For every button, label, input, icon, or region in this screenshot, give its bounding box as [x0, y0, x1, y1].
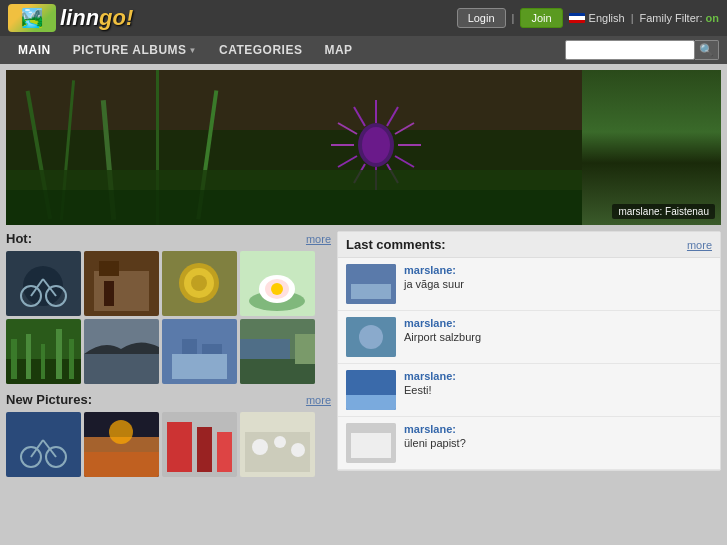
svg-rect-54 — [202, 344, 222, 354]
svg-rect-78 — [351, 284, 391, 299]
hot-photo-5[interactable] — [6, 319, 81, 384]
hot-photo-8[interactable] — [240, 319, 315, 384]
comment-item-2: marslane: Airport salzburg — [338, 311, 720, 364]
logo-text: linngo! — [60, 5, 133, 31]
nav-item-albums[interactable]: PICTURE ALBUMS ▼ — [63, 39, 207, 61]
new-thumb-svg-1 — [6, 412, 81, 477]
comment-item-4: marslane: üleni papist? — [338, 417, 720, 470]
logo-area: linngo! — [8, 4, 133, 32]
svg-point-36 — [191, 275, 207, 291]
svg-rect-82 — [346, 395, 396, 410]
hot-photo-4[interactable] — [240, 251, 315, 316]
family-filter-label: Family Filter: — [640, 12, 703, 24]
main-content: Hot: more — [0, 225, 727, 491]
new-thumb-svg-3 — [162, 412, 237, 477]
svg-rect-31 — [99, 261, 119, 276]
comment-user-2[interactable]: marslane: — [404, 317, 712, 329]
svg-rect-53 — [182, 339, 197, 354]
new-pictures-more-link[interactable]: more — [306, 394, 331, 406]
search-area: 🔍 — [565, 40, 719, 60]
nav-item-map[interactable]: MAP — [314, 39, 362, 61]
logo-icon — [8, 4, 56, 32]
hot-photo-2[interactable] — [84, 251, 159, 316]
comment-thumb-svg-4 — [346, 423, 396, 463]
svg-rect-45 — [26, 334, 31, 379]
hot-more-link[interactable]: more — [306, 233, 331, 245]
hot-section-header: Hot: more — [6, 231, 331, 246]
header-right: Login | Join English | Family Filter: on — [457, 8, 719, 28]
comment-thumb-svg-2 — [346, 317, 396, 357]
search-button[interactable]: 🔍 — [695, 40, 719, 60]
nav-item-main[interactable]: MAIN — [8, 39, 61, 61]
comment-thumb-4[interactable] — [346, 423, 396, 463]
left-panel: Hot: more — [6, 231, 331, 485]
comment-text-3: marslane: Eesti! — [404, 370, 712, 396]
comment-body-1: ja vãga suur — [404, 278, 712, 290]
svg-point-67 — [109, 420, 133, 444]
header: linngo! Login | Join English | Family Fi… — [0, 0, 727, 36]
svg-rect-22 — [6, 190, 582, 225]
new-pictures-grid — [6, 412, 331, 477]
svg-rect-84 — [351, 433, 391, 458]
svg-rect-50 — [84, 354, 159, 384]
join-button[interactable]: Join — [520, 8, 562, 28]
new-photo-1[interactable] — [6, 412, 81, 477]
svg-rect-30 — [94, 271, 149, 311]
svg-point-41 — [271, 283, 283, 295]
flag-icon — [569, 13, 585, 23]
search-input[interactable] — [565, 40, 695, 60]
new-photo-3[interactable] — [162, 412, 237, 477]
svg-rect-44 — [11, 339, 17, 379]
svg-rect-71 — [217, 432, 232, 472]
new-photo-2[interactable] — [84, 412, 159, 477]
comment-thumb-2[interactable] — [346, 317, 396, 357]
hot-photo-1[interactable] — [6, 251, 81, 316]
hot-thumb-svg-4 — [240, 251, 315, 316]
hot-photo-3[interactable] — [162, 251, 237, 316]
svg-rect-59 — [6, 412, 81, 477]
svg-point-80 — [359, 325, 383, 349]
comment-user-4[interactable]: marslane: — [404, 423, 712, 435]
svg-point-76 — [291, 443, 305, 457]
hero-area: marslane: Faistenau — [0, 64, 727, 225]
hero-caption: marslane: Faistenau — [612, 204, 715, 219]
comments-more-link[interactable]: more — [687, 239, 712, 251]
nav-item-categories[interactable]: CATEGORIES — [209, 39, 312, 61]
comments-section: Last comments: more marslane: ja vãga su… — [337, 231, 721, 471]
svg-rect-32 — [104, 281, 114, 306]
hot-title: Hot: — [6, 231, 32, 246]
svg-rect-65 — [84, 452, 159, 477]
comment-user-1[interactable]: marslane: — [404, 264, 712, 276]
lang-divider: | — [631, 12, 634, 24]
svg-point-20 — [362, 127, 390, 163]
comment-text-2: marslane: Airport salzburg — [404, 317, 712, 343]
hot-photo-7[interactable] — [162, 319, 237, 384]
comment-thumb-1[interactable] — [346, 264, 396, 304]
comment-body-2: Airport salzburg — [404, 331, 712, 343]
comment-user-3[interactable]: marslane: — [404, 370, 712, 382]
hot-thumb-svg-7 — [162, 319, 237, 384]
dropdown-arrow: ▼ — [189, 46, 197, 55]
comments-title: Last comments: — [346, 237, 446, 252]
family-filter: Family Filter: on — [640, 12, 719, 24]
nav-links: MAIN PICTURE ALBUMS ▼ CATEGORIES MAP — [8, 39, 363, 61]
hero-image[interactable]: marslane: Faistenau — [6, 70, 721, 225]
hot-thumb-svg-5 — [6, 319, 81, 384]
comment-thumb-svg-3 — [346, 370, 396, 410]
new-pictures-header: New Pictures: more — [6, 392, 331, 407]
hot-photo-6[interactable] — [84, 319, 159, 384]
comment-text-4: marslane: üleni papist? — [404, 423, 712, 449]
navbar: MAIN PICTURE ALBUMS ▼ CATEGORIES MAP 🔍 — [0, 36, 727, 64]
new-photo-4[interactable] — [240, 412, 315, 477]
comments-header: Last comments: more — [338, 232, 720, 258]
family-filter-value[interactable]: on — [706, 12, 719, 24]
hot-thumb-svg-3 — [162, 251, 237, 316]
comment-item-3: marslane: Eesti! — [338, 364, 720, 417]
svg-rect-48 — [69, 339, 74, 379]
comment-body-3: Eesti! — [404, 384, 712, 396]
svg-rect-58 — [240, 339, 290, 359]
svg-point-75 — [274, 436, 286, 448]
login-button[interactable]: Login — [457, 8, 506, 28]
language-label[interactable]: English — [589, 12, 625, 24]
comment-thumb-3[interactable] — [346, 370, 396, 410]
